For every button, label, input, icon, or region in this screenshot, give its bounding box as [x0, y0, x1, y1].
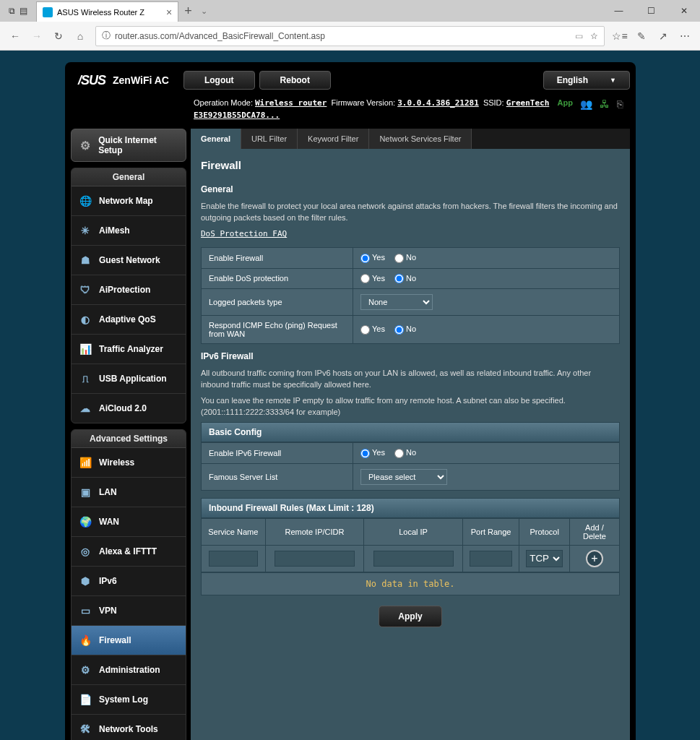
op-mode-link[interactable]: Wireless router [255, 98, 327, 108]
wifi-icon: 📶 [77, 455, 93, 470]
apply-button[interactable]: Apply [379, 606, 441, 627]
nav-refresh[interactable]: ↻ [48, 25, 69, 47]
gear-icon: ⚙ [77, 137, 92, 153]
nav-forward[interactable]: → [26, 25, 48, 47]
logout-button[interactable]: Logout [183, 71, 255, 90]
status-line: Operation Mode: Wireless router Firmware… [194, 97, 558, 121]
window-minimize[interactable]: — [602, 0, 635, 22]
clients-icon[interactable]: 👥 [580, 98, 592, 110]
language-selector[interactable]: English▼ [543, 71, 630, 90]
sidebar-aimesh[interactable]: ✳AiMesh [72, 216, 186, 246]
col-add-delete: Add / Delete [569, 518, 619, 545]
reader-icon[interactable]: ▭ [575, 31, 583, 41]
enable-dos-no[interactable] [394, 274, 404, 283]
enable-firewall-yes[interactable] [360, 254, 370, 263]
sidebar-aiprotection[interactable]: 🛡AiProtection [72, 275, 186, 305]
url-bar[interactable]: ⓘ router.asus.com/Advanced_BasicFirewall… [95, 26, 605, 46]
famous-server-select[interactable]: Please select [360, 469, 447, 485]
sidebar-network-map[interactable]: 🌐Network Map [72, 186, 186, 216]
browser-tab[interactable]: ASUS Wireless Router Z × [36, 1, 178, 22]
nav-home[interactable]: ⌂ [69, 25, 91, 47]
ipv6-icon: ⬢ [77, 574, 93, 588]
col-remote-ip: Remote IP/CIDR [265, 518, 364, 545]
reboot-button[interactable]: Reboot [259, 71, 331, 90]
enable-firewall-no[interactable] [394, 254, 404, 263]
usb-icon[interactable]: ⎘ [617, 98, 623, 110]
tab-overflow-icon[interactable]: ⌄ [201, 7, 207, 16]
tab-close-icon[interactable]: × [166, 7, 172, 18]
sidebar-lan[interactable]: ▣LAN [72, 478, 186, 507]
sidebar-alexa-ifttt[interactable]: ◎Alexa & IFTTT [72, 537, 186, 567]
sidebar-general-header: General [72, 168, 186, 186]
sidebar-usb-application[interactable]: ⎍USB Application [72, 364, 186, 394]
firmware-link[interactable]: 3.0.0.4.386_21281 [397, 98, 479, 108]
sidebar-network-tools[interactable]: 🛠Network Tools [72, 715, 186, 740]
gauge-icon: ◐ [77, 312, 93, 327]
rules-header: Inbound Firewall Rules (Max Limit : 128) [201, 498, 620, 518]
sidebar-ipv6[interactable]: ⬢IPv6 [72, 567, 186, 596]
vpn-icon: ▭ [77, 603, 93, 618]
browser-tab-strip: ⧉▤ ASUS Wireless Router Z × + ⌄ — ☐ ✕ [0, 0, 700, 22]
ipv6-desc1: All outbound traffic coming from IPv6 ho… [201, 367, 620, 390]
app-link[interactable]: App [558, 98, 573, 110]
sidebar-administration[interactable]: ⚙Administration [72, 655, 186, 685]
select-protocol[interactable]: TCP [526, 550, 563, 567]
icmp-no[interactable] [394, 325, 404, 335]
notes-icon[interactable]: ✎ [631, 25, 652, 47]
mac-link[interactable]: E3E9291B55DCA78... [194, 111, 280, 120]
input-service-name[interactable] [209, 551, 258, 567]
tab-general[interactable]: General [191, 129, 241, 149]
col-service-name: Service Name [202, 518, 266, 545]
basic-config-header: Basic Config [201, 422, 620, 442]
log-icon: 📄 [77, 692, 93, 707]
logged-packets-select[interactable]: None [360, 294, 433, 310]
router-frame: /SUS ZenWiFi AC Logout Reboot English▼ O… [65, 62, 636, 740]
alexa-icon: ◎ [77, 544, 93, 559]
guest-icon: ☗ [77, 253, 93, 267]
model-name: ZenWiFi AC [113, 74, 169, 86]
sidebar-aicloud[interactable]: ☁AiCloud 2.0 [72, 394, 186, 423]
row-logged-label: Logged packets type [202, 289, 353, 316]
tab-network-services-filter[interactable]: Network Services Filter [369, 129, 472, 149]
cloud-icon: ☁ [77, 401, 93, 416]
sidebar-system-log[interactable]: 📄System Log [72, 685, 186, 715]
favorites-icon[interactable]: ☆≡ [609, 25, 631, 47]
share-icon[interactable]: ↗ [652, 25, 674, 47]
sidebar-wireless[interactable]: 📶Wireless [72, 448, 186, 478]
add-rule-button[interactable]: + [586, 550, 603, 567]
window-maximize[interactable]: ☐ [635, 0, 667, 22]
ipv6-firewall-yes[interactable] [360, 449, 370, 458]
sidebar-firewall[interactable]: 🔥Firewall [72, 626, 186, 655]
sidebar-wan[interactable]: 🌍WAN [72, 507, 186, 537]
new-tab-button[interactable]: + [184, 4, 192, 19]
more-icon[interactable]: ⋯ [674, 25, 696, 47]
ssid-link[interactable]: GreenTech [506, 98, 550, 108]
ipv6-firewall-no[interactable] [394, 449, 404, 458]
network-icon[interactable]: 🖧 [600, 98, 610, 110]
sidebar-traffic-analyzer[interactable]: 📊Traffic Analyzer [72, 335, 186, 364]
input-remote-ip[interactable] [275, 551, 355, 567]
input-local-ip[interactable] [373, 551, 454, 567]
browser-nav-bar: ← → ↻ ⌂ ⓘ router.asus.com/Advanced_Basic… [0, 22, 700, 51]
input-port-range[interactable] [470, 551, 512, 567]
globe-icon: 🌐 [77, 194, 93, 208]
icmp-yes[interactable] [360, 325, 370, 335]
enable-dos-yes[interactable] [360, 274, 370, 283]
favorite-icon[interactable]: ☆ [590, 31, 598, 41]
sidebar-adaptive-qos[interactable]: ◐Adaptive QoS [72, 305, 186, 335]
no-data-message: No data in table. [201, 572, 620, 595]
nav-back[interactable]: ← [4, 25, 26, 47]
row-enable-firewall-label: Enable Firewall [202, 248, 353, 269]
url-text: router.asus.com/Advanced_BasicFirewall_C… [115, 31, 325, 41]
row-enable-dos-label: Enable DoS protection [202, 268, 353, 289]
tab-url-filter[interactable]: URL Filter [241, 129, 298, 149]
quick-internet-setup[interactable]: ⚙ Quick Internet Setup [71, 129, 186, 162]
lan-icon: ▣ [77, 485, 93, 499]
dos-faq-link[interactable]: DoS Protection FAQ [201, 229, 287, 238]
sidebar-guest-network[interactable]: ☗Guest Network [72, 246, 186, 275]
tab-keyword-filter[interactable]: Keyword Filter [298, 129, 369, 149]
ipv6-desc2: You can leave the remote IP empty to all… [201, 395, 620, 418]
sidebar-vpn[interactable]: ▭VPN [72, 596, 186, 626]
row-enable-ipv6-label: Enable IPv6 Firewall [202, 443, 353, 464]
window-close[interactable]: ✕ [667, 0, 700, 22]
